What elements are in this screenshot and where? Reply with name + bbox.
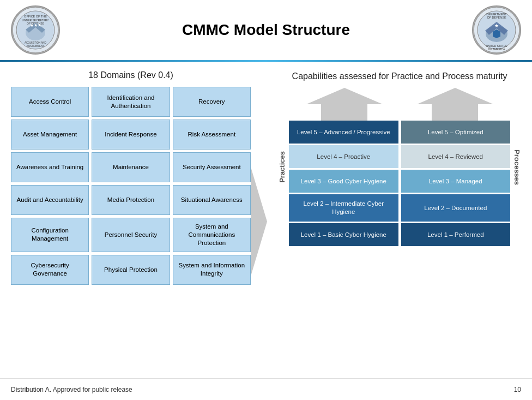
level-4-processes: Level 4 – Reviewed <box>401 145 511 168</box>
page-header: OFFICE OF THE UNDER SECRETARY OF DEFENSE… <box>0 0 532 60</box>
level-4-practices: Level 4 – Proactive <box>289 145 398 168</box>
level-2-processes: Level 2 – Documented <box>401 194 511 222</box>
svg-text:SUSTAINMENT: SUSTAINMENT <box>27 45 44 47</box>
svg-marker-20 <box>251 167 267 276</box>
domain-system-communications-protection: System and Communications Protection <box>173 218 251 252</box>
levels-grid: Level 5 – Advanced / Progressive Level 5… <box>289 121 510 246</box>
domains-grid: Access Control Identification and Authen… <box>11 87 251 285</box>
domain-awareness-training: Awareness and Training <box>11 152 89 182</box>
level-5-practices: Level 5 – Advanced / Progressive <box>289 121 398 144</box>
page-title: CMMC Model Structure <box>182 21 350 39</box>
domain-maintenance: Maintenance <box>92 152 170 182</box>
logo-right: DEPARTMENT OF DEFENSE ★ UNITED STATES OF… <box>472 5 521 55</box>
footer-text: Distribution A. Approved for public rele… <box>11 386 132 393</box>
domain-situational-awareness: Situational Awareness <box>173 185 251 215</box>
level-row-1: Level 1 – Basic Cyber Hygiene Level 1 – … <box>289 223 510 246</box>
svg-text:ACQUISITION AND: ACQUISITION AND <box>25 41 47 44</box>
arrows-row <box>289 88 510 121</box>
logo-right-circle: DEPARTMENT OF DEFENSE ★ UNITED STATES OF… <box>472 5 521 55</box>
domain-security-assessment: Security Assessment <box>173 152 251 182</box>
domain-incident-response: Incident Response <box>92 120 170 150</box>
processes-arrow <box>412 88 499 121</box>
left-panel: 18 Domains (Rev 0.4) Access Control Iden… <box>11 70 251 373</box>
main-content: 18 Domains (Rev 0.4) Access Control Iden… <box>0 62 532 378</box>
domain-audit-accountability: Audit and Accountability <box>11 185 89 215</box>
page-number: 10 <box>514 386 521 393</box>
section-separator <box>251 70 267 373</box>
level-1-practices: Level 1 – Basic Cyber Hygiene <box>289 223 398 246</box>
level-2-practices: Level 2 – Intermediate Cyber Hygiene <box>289 194 398 222</box>
domain-risk-assessment: Risk Assessment <box>173 120 251 150</box>
footer: Distribution A. Approved for public rele… <box>0 378 532 400</box>
level-row-2: Level 2 – Intermediate Cyber Hygiene Lev… <box>289 194 510 222</box>
domain-cybersecurity-governance: Cybersecurity Governance <box>11 255 89 285</box>
level-3-processes: Level 3 – Managed <box>401 170 511 193</box>
domain-access-control: Access Control <box>11 87 89 117</box>
logo-left: OFFICE OF THE UNDER SECRETARY OF DEFENSE… <box>11 5 60 55</box>
domain-asset-management: Asset Management <box>11 120 89 150</box>
level-row-3: Level 3 – Good Cyber Hygiene Level 3 – M… <box>289 170 510 193</box>
svg-text:OF DEFENSE: OF DEFENSE <box>487 16 506 19</box>
svg-text:★★★: ★★★ <box>30 23 41 28</box>
level-3-practices: Level 3 – Good Cyber Hygiene <box>289 170 398 193</box>
level-row-4: Level 4 – Proactive Level 4 – Reviewed <box>289 145 510 168</box>
arrows-levels-wrapper: Level 5 – Advanced / Progressive Level 5… <box>289 88 510 246</box>
domain-recovery: Recovery <box>173 87 251 117</box>
practices-arrow-tip <box>306 88 383 104</box>
logo-left-circle: OFFICE OF THE UNDER SECRETARY OF DEFENSE… <box>11 5 60 55</box>
processes-arrow-stem <box>432 104 478 121</box>
domain-personnel-security: Personnel Security <box>92 218 170 252</box>
domain-identification-authentication: Identification and Authentication <box>92 87 170 117</box>
domain-physical-protection: Physical Protection <box>92 255 170 285</box>
domain-configuration-management: Configuration Management <box>11 218 89 252</box>
practices-arrow <box>301 88 388 121</box>
domains-title: 18 Domains (Rev 0.4) <box>11 70 251 80</box>
domain-system-information-integrity: System and Information Integrity <box>173 255 251 285</box>
level-5-processes: Level 5 – Optimized <box>401 121 511 144</box>
svg-text:★: ★ <box>494 23 499 28</box>
practices-label: Practices <box>278 151 286 183</box>
levels-container: Practices <box>278 88 521 246</box>
processes-arrow-tip <box>417 88 493 104</box>
level-row-5: Level 5 – Advanced / Progressive Level 5… <box>289 121 510 144</box>
domain-media-protection: Media Protection <box>92 185 170 215</box>
practices-arrow-stem <box>321 104 367 121</box>
level-1-processes: Level 1 – Performed <box>401 223 511 246</box>
svg-text:OF AMERICA: OF AMERICA <box>488 47 506 51</box>
right-panel: Capabilities assessed for Practice and P… <box>267 70 521 373</box>
svg-text:OFFICE OF THE: OFFICE OF THE <box>24 15 47 18</box>
capabilities-title: Capabilities assessed for Practice and P… <box>292 70 507 82</box>
processes-label: Processes <box>513 150 521 185</box>
